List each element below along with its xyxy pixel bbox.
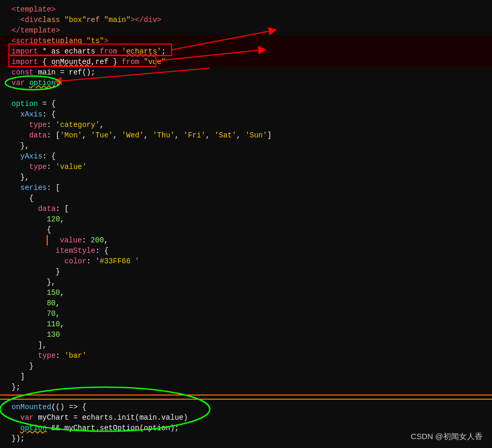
code-line: data: [ bbox=[0, 204, 492, 214]
code-line: data: ['Mon', 'Tue', 'Wed', 'Thu', 'Fri'… bbox=[0, 130, 492, 141]
code-line: }, bbox=[0, 172, 492, 183]
code-line: <div class="box" ref="main"></div> bbox=[0, 15, 492, 25]
code-line: } bbox=[0, 266, 492, 277]
code-line: 120, bbox=[0, 214, 492, 225]
code-line: </template> bbox=[0, 25, 492, 36]
code-line: ], bbox=[0, 340, 492, 350]
code-line: import * as echarts from 'echarts'; bbox=[0, 46, 492, 57]
code-line: value: 200, bbox=[0, 235, 492, 246]
code-line: color: '#33FF66 ' bbox=[0, 256, 492, 266]
code-line: option = { bbox=[0, 99, 492, 109]
code-line: 110, bbox=[0, 319, 492, 329]
code-line: ] bbox=[0, 371, 492, 382]
code-editor: <template> <div class="box" ref="main"><… bbox=[0, 0, 492, 448]
code-line: import { onMounted,ref } from "vue" bbox=[0, 57, 492, 67]
code-line: } bbox=[0, 361, 492, 371]
code-line-option: var option; bbox=[0, 78, 492, 88]
code-line: { bbox=[0, 225, 492, 235]
code-line: }, bbox=[0, 277, 492, 287]
code-line: series: [ bbox=[0, 183, 492, 193]
top-code-section: <template> <div class="box" ref="main"><… bbox=[0, 4, 492, 392]
code-line: yAxis: { bbox=[0, 151, 492, 162]
code-line bbox=[0, 88, 492, 99]
code-line: 130 bbox=[0, 329, 492, 340]
code-line: { bbox=[0, 193, 492, 204]
code-line: 80, bbox=[0, 298, 492, 308]
watermark: CSDN @初闻女人香 bbox=[411, 432, 483, 442]
code-line: type: 'value' bbox=[0, 162, 492, 172]
code-line: const main = ref(); bbox=[0, 67, 492, 78]
code-line: }; bbox=[0, 382, 492, 392]
code-line: xAxis: { bbox=[0, 109, 492, 120]
code-line: type: 'category', bbox=[0, 120, 492, 130]
code-line: 70, bbox=[0, 308, 492, 319]
code-line: <script setup lang="ts"> bbox=[0, 36, 492, 46]
code-line: itemStyle: { bbox=[0, 246, 492, 256]
code-line: var myChart = echarts.init(main.value) bbox=[0, 412, 492, 423]
code-line: type: 'bar' bbox=[0, 350, 492, 361]
code-line: <template> bbox=[0, 4, 492, 15]
code-line: }, bbox=[0, 141, 492, 151]
code-line: 150, bbox=[0, 287, 492, 298]
code-line: onMounted(() => { bbox=[0, 402, 492, 412]
